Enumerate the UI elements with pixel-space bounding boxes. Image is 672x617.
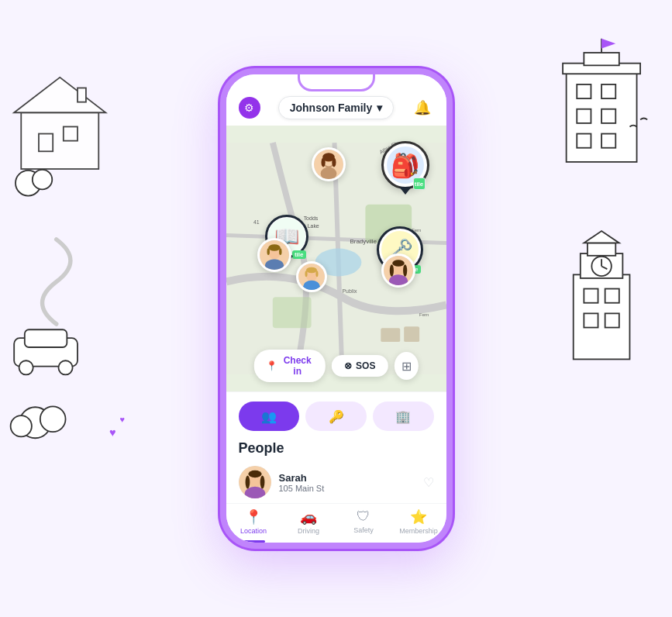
map-pin-backpack[interactable]: 🎒 tile [381, 141, 429, 189]
driving-nav-icon: 🚗 [300, 508, 317, 526]
person-address: 105 Main St [279, 484, 415, 493]
phone-notch [298, 74, 375, 91]
svg-point-31 [591, 257, 611, 276]
svg-rect-17 [577, 84, 591, 98]
svg-point-83 [248, 471, 261, 478]
svg-text:41: 41 [253, 219, 259, 225]
svg-point-72 [305, 271, 307, 277]
svg-rect-4 [78, 88, 86, 102]
people-icon: 👥 [261, 409, 277, 424]
svg-text:Fern: Fern [419, 312, 429, 317]
svg-rect-0 [21, 112, 98, 169]
svg-rect-52 [404, 326, 419, 342]
driving-nav-label: Driving [298, 527, 319, 535]
nav-location[interactable]: 📍 Location [226, 508, 281, 535]
person-avatar [239, 466, 271, 498]
svg-rect-2 [39, 134, 53, 152]
location-nav-icon: 📍 [245, 508, 262, 526]
svg-point-10 [58, 360, 72, 374]
svg-point-67 [279, 248, 281, 255]
section-title: People [226, 437, 446, 461]
family-selector[interactable]: Johnson Family ▾ [278, 96, 395, 119]
svg-point-5 [16, 171, 41, 196]
svg-point-12 [40, 406, 66, 432]
svg-point-65 [268, 244, 281, 251]
svg-rect-16 [567, 71, 637, 162]
svg-marker-26 [601, 39, 615, 49]
membership-nav-label: Membership [399, 527, 438, 535]
map-pin-woman[interactable] [381, 253, 415, 288]
svg-rect-37 [605, 313, 619, 327]
svg-rect-28 [581, 253, 623, 278]
layers-button[interactable]: ⊞ [394, 352, 418, 380]
map-pin-girl[interactable] [312, 147, 346, 181]
svg-point-9 [19, 360, 33, 374]
nav-membership[interactable]: ⭐ Membership [391, 508, 446, 535]
location-nav-label: Location [240, 527, 267, 535]
favorite-icon[interactable]: ♡ [423, 475, 434, 490]
family-name: Johnson Family [290, 102, 373, 114]
svg-rect-7 [14, 338, 78, 366]
svg-point-78 [389, 264, 393, 277]
svg-rect-27 [574, 274, 630, 359]
settings-button[interactable]: ⚙ [239, 97, 260, 119]
person-name: Sarah [279, 472, 415, 484]
person-row[interactable]: Sarah 105 Main St ♡ [226, 461, 446, 503]
notifications-button[interactable]: 🔔 [412, 97, 433, 119]
svg-rect-51 [381, 328, 400, 342]
svg-rect-22 [601, 134, 615, 148]
nav-safety[interactable]: 🛡 Safety [336, 508, 391, 535]
svg-marker-1 [14, 78, 105, 112]
svg-point-85 [260, 475, 264, 488]
tab-icon-row: 👥 🔑 🏢 [226, 392, 446, 437]
svg-point-60 [332, 157, 336, 167]
svg-point-79 [403, 264, 407, 277]
svg-point-73 [315, 271, 318, 277]
phone-container: ⚙ Johnson Family ▾ 🔔 [220, 68, 453, 549]
checkin-button[interactable]: 📍 Check in [253, 350, 326, 382]
map-controls: 📍 Check in ⊗ SOS ⊞ [253, 350, 418, 382]
svg-text:♥: ♥ [120, 415, 125, 424]
svg-rect-35 [605, 289, 619, 303]
sos-icon: ⊗ [344, 360, 352, 371]
people-tab-button[interactable]: 👥 [239, 402, 300, 431]
nav-driving[interactable]: 🚗 Driving [281, 508, 336, 535]
map-area[interactable]: Atlas St Eagle St Fern Fern 41 Publix Br… [226, 126, 446, 391]
svg-point-84 [245, 475, 250, 488]
svg-point-77 [392, 260, 405, 267]
safety-nav-icon: 🛡 [357, 508, 370, 525]
sos-button[interactable]: ⊗ SOS [332, 355, 388, 377]
svg-rect-21 [577, 134, 591, 148]
bottom-panel: 👥 🔑 🏢 People [226, 391, 446, 543]
tile-tab-button[interactable]: 🔑 [305, 402, 367, 431]
svg-rect-18 [601, 84, 615, 98]
svg-text:♥: ♥ [109, 426, 116, 439]
svg-text:Publix: Publix [342, 288, 357, 294]
svg-rect-34 [584, 289, 598, 303]
svg-text:Lake: Lake [307, 223, 319, 229]
map-pin-boy[interactable] [296, 261, 327, 292]
safety-nav-label: Safety [353, 526, 374, 534]
svg-rect-23 [563, 64, 640, 74]
places-tab-button[interactable]: 🏢 [373, 402, 434, 431]
svg-rect-19 [577, 109, 591, 123]
svg-rect-36 [584, 313, 598, 327]
svg-point-11 [19, 407, 50, 438]
svg-point-71 [306, 267, 317, 274]
svg-rect-3 [64, 126, 78, 140]
svg-point-6 [33, 170, 52, 189]
bottom-nav: 📍 Location 🚗 Driving 🛡 Safety ⭐ Membersh… [226, 503, 446, 543]
pin-icon: 📍 [266, 360, 277, 371]
phone-screen: ⚙ Johnson Family ▾ 🔔 [220, 68, 453, 549]
tile-icon: 🔑 [329, 409, 344, 424]
person-info: Sarah 105 Main St [279, 472, 415, 493]
svg-rect-8 [25, 329, 67, 347]
svg-point-66 [267, 248, 269, 255]
svg-rect-20 [601, 109, 615, 123]
map-pin-man[interactable] [257, 238, 291, 272]
svg-point-13 [11, 415, 32, 436]
svg-point-59 [321, 157, 325, 167]
svg-marker-30 [584, 231, 619, 243]
places-icon: 🏢 [395, 409, 411, 424]
svg-rect-29 [588, 243, 615, 255]
